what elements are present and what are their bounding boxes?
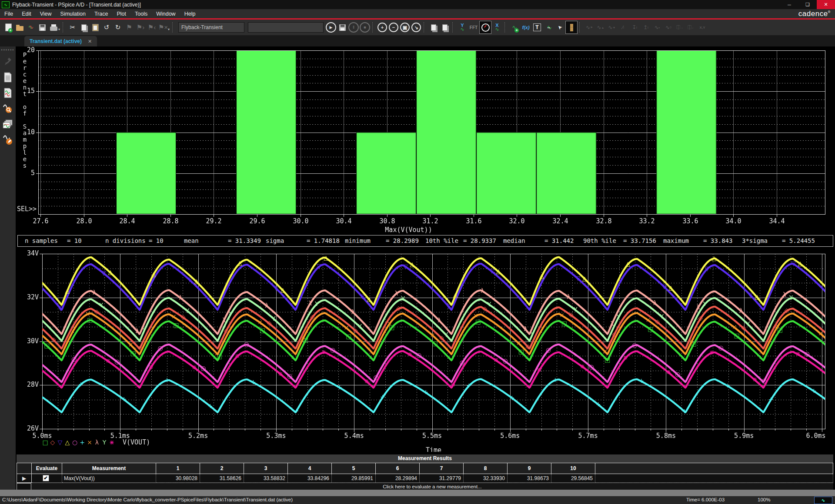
run-column-header: 4: [288, 463, 332, 474]
zoom-level: 100%: [758, 497, 770, 502]
menu-item-window[interactable]: Window: [152, 9, 180, 18]
fft-icon[interactable]: FFT: [468, 21, 479, 33]
print-icon[interactable]: [48, 21, 59, 33]
stat-value: = 31.442: [544, 235, 574, 246]
evaluate-cell[interactable]: ✔: [32, 474, 62, 483]
measurement-value-cell[interactable]: 28.29894: [376, 474, 420, 483]
run-column-header: 10: [551, 463, 595, 474]
stat-value: = 10: [149, 235, 164, 246]
new-file-icon[interactable]: +: [3, 21, 14, 33]
menu-bar: FileEditViewSimulationTracePlotToolsWind…: [0, 9, 835, 20]
pause-button: ‖: [348, 21, 359, 33]
stat-value: = 33.7156: [623, 235, 656, 246]
copy-icon[interactable]: [78, 21, 90, 33]
run-column-header: 3: [244, 463, 288, 474]
measurement-name-cell[interactable]: Max(V(Vout)): [62, 474, 156, 483]
evaluate-checkbox[interactable]: ✔: [43, 475, 49, 481]
simulation-profile-combobox[interactable]: [178, 22, 244, 33]
stat-label: n samples: [25, 235, 58, 246]
cursor-max-icon: ↥I: [640, 21, 651, 33]
text-label-icon[interactable]: T: [531, 21, 543, 33]
title-bar: ∿ Flyback-Transient - PSpice A/D - [Tran…: [0, 0, 835, 9]
stat-label: 10th %ile: [425, 235, 458, 246]
stat-label: 3*sigma: [742, 235, 768, 246]
measurement-value-cell[interactable]: 31.58626: [200, 474, 244, 483]
performance-analysis-icon[interactable]: [479, 21, 491, 34]
zoom-fit-icon[interactable]: ▣: [399, 21, 411, 33]
save-icon[interactable]: [37, 21, 48, 33]
add-trace-icon[interactable]: ∿+: [509, 21, 520, 33]
stat-value: = 31.3349: [228, 235, 261, 246]
run-column-header: 1: [156, 463, 200, 474]
copy-plot-icon[interactable]: [428, 21, 439, 33]
redo-icon[interactable]: ↻: [112, 21, 124, 33]
open-file-icon[interactable]: [14, 21, 25, 33]
edit-waveform-icon[interactable]: [1, 133, 14, 147]
menu-item-trace[interactable]: Trace: [90, 9, 113, 18]
log-y-icon[interactable]: Y∿: [457, 21, 468, 33]
save-results-icon[interactable]: [337, 21, 348, 33]
mark-data-points-icon[interactable]: ∿••: [543, 21, 554, 33]
filler-header: [595, 463, 833, 474]
zoom-out-icon[interactable]: −: [388, 21, 399, 33]
histogram-plot[interactable]: [16, 47, 835, 234]
close-button[interactable]: ✕: [817, 0, 835, 9]
measurement-value-cell[interactable]: 30.98028: [156, 474, 200, 483]
measurement-results-panel: Measurement Results Evaluate Measurement…: [17, 454, 833, 491]
cut-icon[interactable]: ✂: [67, 21, 78, 33]
log-x-icon[interactable]: X∿: [491, 21, 503, 33]
cursor-peak-icon: ∿▲: [595, 21, 606, 33]
evaluate-measurement-icon[interactable]: f(x): [520, 21, 531, 33]
measurement-value-cell[interactable]: 29.85991: [332, 474, 376, 483]
cursor-trough-icon: ∿▼: [606, 21, 618, 33]
open-simulation-icon[interactable]: ∿∿: [25, 21, 37, 33]
run-column-header: 7: [420, 463, 464, 474]
measurement-value-cell[interactable]: 29.56845: [551, 474, 595, 483]
tab-transient-dat[interactable]: Transient.dat (active) ✕: [24, 36, 97, 46]
ruler-icon[interactable]: [565, 21, 578, 34]
run-button[interactable]: ▶: [325, 21, 337, 33]
search-waveform-icon[interactable]: [1, 102, 14, 116]
menu-item-plot[interactable]: Plot: [112, 9, 130, 18]
stat-value: = 28.9337: [463, 235, 496, 246]
menu-item-view[interactable]: View: [36, 9, 56, 18]
measurement-value-cell[interactable]: 33.58832: [244, 474, 288, 483]
waveform-plot[interactable]: [16, 248, 835, 452]
maximize-button[interactable]: ❏: [798, 0, 817, 9]
tab-close-icon[interactable]: ✕: [88, 39, 92, 44]
cursor-search-icon: ∿?: [663, 21, 674, 33]
stat-label: sigma: [266, 235, 284, 246]
row-selector-cell[interactable]: ▶: [17, 474, 32, 483]
cursor-arrow-icon[interactable]: ➤: [554, 21, 565, 33]
cursor-min-icon: ↧I: [629, 21, 640, 33]
zoom-in-icon[interactable]: +: [377, 21, 388, 33]
measurement-value-cell[interactable]: 31.29779: [420, 474, 464, 483]
measurement-value-cell[interactable]: 33.84296: [288, 474, 332, 483]
paste-plot-icon[interactable]: [439, 21, 451, 33]
simulation-document-icon[interactable]: [1, 86, 14, 100]
pspice-document-icon[interactable]: [1, 70, 14, 84]
measurement-value-cell[interactable]: 31.98673: [508, 474, 551, 483]
pspice-window: ∿ Flyback-Transient - PSpice A/D - [Tran…: [0, 0, 835, 504]
paste-icon[interactable]: [90, 21, 101, 33]
bookmark-prev-icon: ⚑‹: [146, 21, 157, 33]
stat-label: n divisions: [105, 235, 146, 246]
menu-item-file[interactable]: File: [0, 9, 17, 18]
stat-label: maximum: [663, 235, 689, 246]
stat-value: = 28.2989: [386, 235, 419, 246]
menu-item-help[interactable]: Help: [180, 9, 200, 18]
row-selector-header: [17, 463, 32, 474]
cursor-freehand-icon: ∿➤: [584, 21, 595, 33]
search-combobox[interactable]: [248, 22, 324, 33]
undo-icon[interactable]: ↺: [101, 21, 112, 33]
menu-item-edit[interactable]: Edit: [17, 9, 36, 18]
bottom-spacer: [0, 490, 835, 496]
stat-value: = 5.24455: [782, 235, 815, 246]
plot-stack-icon[interactable]: [1, 117, 14, 131]
zoom-area-icon[interactable]: ↘: [411, 21, 422, 33]
menu-item-simulation[interactable]: Simulation: [56, 9, 90, 18]
menu-item-tools[interactable]: Tools: [130, 9, 152, 18]
minimize-button[interactable]: ─: [780, 0, 798, 9]
waveform-status-icon: ∿∿: [814, 497, 832, 504]
measurement-value-cell[interactable]: 32.33930: [464, 474, 508, 483]
